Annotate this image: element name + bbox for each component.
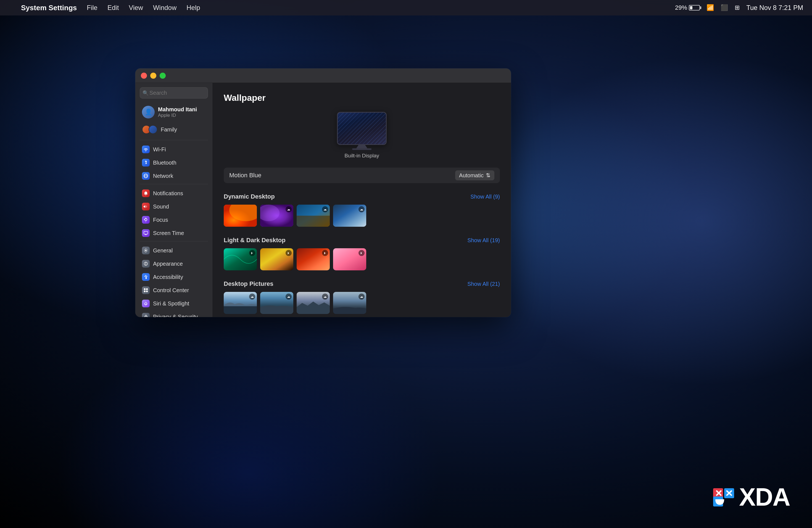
- family-label: Family: [161, 127, 177, 133]
- svg-point-8: [146, 275, 146, 276]
- wallpaper-thumb-deskpic-3[interactable]: ☁: [333, 292, 366, 314]
- search-wrapper: 🔍: [140, 87, 208, 99]
- menubar-right: 29% 📶 ⬛ ⊞ Tue Nov 8 7:21 PM: [675, 4, 803, 12]
- cloud-icon: ⏵: [322, 250, 328, 256]
- menubar-left: System Settings File Edit View Window He…: [9, 4, 200, 12]
- accessibility-sidebar-icon: [142, 273, 150, 281]
- section-desktop-pictures: Desktop Pictures Show All (21) ☁: [224, 280, 500, 314]
- svg-rect-34: [224, 306, 257, 314]
- family-avatars: [142, 125, 157, 134]
- divider-3: [140, 241, 208, 241]
- wifi-icon: 📶: [707, 4, 714, 11]
- section-title-dynamic: Dynamic Desktop: [224, 193, 275, 200]
- sidebar-label-siri: Siri & Spotlight: [153, 300, 189, 307]
- general-sidebar-icon: [142, 247, 150, 254]
- app-window: 🔍 👤 Mahmoud Itani Apple ID: [135, 69, 511, 317]
- sidebar-label-network: Network: [153, 173, 173, 179]
- sound-sidebar-icon: [142, 203, 150, 210]
- sidebar-item-sound[interactable]: Sound: [137, 200, 210, 213]
- cloud-icon: ⏵: [359, 250, 365, 256]
- wallpaper-name: Motion Blue: [229, 172, 455, 179]
- monitor-base: [352, 148, 372, 150]
- sidebar-label-screentime: Screen Time: [153, 230, 184, 236]
- sidebar-label-general: General: [153, 247, 173, 254]
- cloud-icon: ☁: [286, 206, 292, 212]
- battery-icon: [689, 5, 700, 11]
- sidebar-label-wifi: Wi-Fi: [153, 146, 166, 153]
- wallpaper-thumb-lightdark-0[interactable]: ⏵: [224, 248, 257, 270]
- show-all-dynamic[interactable]: Show All (9): [470, 194, 500, 200]
- sidebar-item-siri[interactable]: Siri & Spotlight: [137, 297, 210, 310]
- sidebar-label-sound: Sound: [153, 204, 169, 210]
- section-light-dark: Light & Dark Desktop Show All (19) ⏵: [224, 237, 500, 270]
- xda-watermark: XDA: [713, 483, 790, 511]
- window-body: 🔍 👤 Mahmoud Itani Apple ID: [135, 83, 511, 317]
- show-all-lightdark[interactable]: Show All (19): [467, 237, 500, 244]
- menu-window[interactable]: Window: [153, 4, 176, 12]
- sidebar-item-network[interactable]: Network: [137, 170, 210, 182]
- network-sidebar-icon: [142, 172, 150, 180]
- display-label: Built-in Display: [344, 153, 379, 159]
- sidebar-item-wifi[interactable]: Wi-Fi: [137, 143, 210, 156]
- section-header-dynamic: Dynamic Desktop Show All (9): [224, 193, 500, 200]
- appearance-sidebar-icon: [142, 260, 150, 268]
- bluetooth-sidebar-icon: [142, 159, 150, 166]
- user-name: Mahmoud Itani: [158, 106, 197, 113]
- sidebar-item-bluetooth[interactable]: Bluetooth: [137, 156, 210, 169]
- cloud-icon: ☁: [359, 206, 365, 212]
- section-header-lightdark: Light & Dark Desktop Show All (19): [224, 237, 500, 244]
- wallpaper-thumb-dynamic-2[interactable]: ☁: [296, 205, 330, 227]
- sidebar-item-screentime[interactable]: Screen Time: [137, 227, 210, 239]
- menubar: System Settings File Edit View Window He…: [0, 0, 812, 15]
- sidebar-label-bluetooth: Bluetooth: [153, 160, 176, 166]
- sidebar-item-privacy[interactable]: Privacy & Security: [137, 310, 210, 317]
- wallpaper-thumb-dynamic-1[interactable]: ☁: [260, 205, 293, 227]
- sidebar-item-controlcenter[interactable]: Control Center: [137, 284, 210, 297]
- chevron-updown-icon: ⇅: [486, 172, 491, 179]
- sidebar-item-accessibility[interactable]: Accessibility: [137, 270, 210, 283]
- svg-rect-11: [144, 291, 146, 292]
- cloud-icon: ☁: [322, 206, 328, 212]
- minimize-button[interactable]: [150, 73, 156, 79]
- wallpaper-grid-dynamic: ☁ ☁: [224, 205, 500, 227]
- wallpaper-thumb-lightdark-3[interactable]: ⏵: [333, 248, 366, 270]
- xda-text-label: XDA: [739, 483, 790, 511]
- cloud-icon: ☁: [359, 294, 365, 299]
- cloud-icon: ⏵: [286, 250, 292, 256]
- svg-rect-3: [144, 231, 148, 234]
- user-profile-item[interactable]: 👤 Mahmoud Itani Apple ID: [137, 103, 210, 121]
- monitor-stand: [356, 145, 367, 148]
- close-button[interactable]: [141, 73, 147, 79]
- airplay-icon: ⬛: [721, 4, 728, 11]
- avatar: 👤: [142, 106, 155, 118]
- menu-file[interactable]: File: [87, 4, 98, 12]
- menu-help[interactable]: Help: [186, 4, 200, 12]
- wallpaper-thumb-lightdark-1[interactable]: ⏵: [260, 248, 293, 270]
- wallpaper-mode-dropdown[interactable]: Automatic ⇅: [455, 171, 494, 180]
- svg-rect-15: [144, 317, 147, 317]
- sidebar-item-appearance[interactable]: Appearance: [137, 258, 210, 270]
- sidebar-item-notifications[interactable]: Notifications: [137, 187, 210, 200]
- clock: Tue Nov 8 7:21 PM: [746, 4, 803, 12]
- controlcenter-icon: ⊞: [735, 4, 740, 11]
- search-container: 🔍: [135, 87, 213, 103]
- wallpaper-thumb-dynamic-0[interactable]: [224, 205, 257, 227]
- search-input[interactable]: [140, 87, 208, 99]
- menu-view[interactable]: View: [129, 4, 143, 12]
- cloud-icon: ☁: [286, 294, 292, 299]
- wallpaper-thumb-deskpic-1[interactable]: ☁: [260, 292, 293, 314]
- wallpaper-thumb-lightdark-2[interactable]: ⏵: [296, 248, 330, 270]
- privacy-sidebar-icon: [142, 313, 150, 317]
- svg-point-13: [145, 302, 147, 305]
- wallpaper-thumb-deskpic-0[interactable]: ☁: [224, 292, 257, 314]
- show-all-deskpics[interactable]: Show All (21): [467, 281, 500, 287]
- maximize-button[interactable]: [160, 73, 166, 79]
- wallpaper-thumb-deskpic-2[interactable]: ☁: [296, 292, 330, 314]
- menu-edit[interactable]: Edit: [107, 4, 119, 12]
- family-item[interactable]: Family: [137, 122, 210, 137]
- sidebar-item-focus[interactable]: Focus: [137, 214, 210, 226]
- svg-point-6: [145, 250, 147, 251]
- wallpaper-thumb-dynamic-3[interactable]: ☁: [333, 205, 366, 227]
- sidebar-item-general[interactable]: General: [137, 244, 210, 257]
- sidebar-label-appearance: Appearance: [153, 261, 183, 267]
